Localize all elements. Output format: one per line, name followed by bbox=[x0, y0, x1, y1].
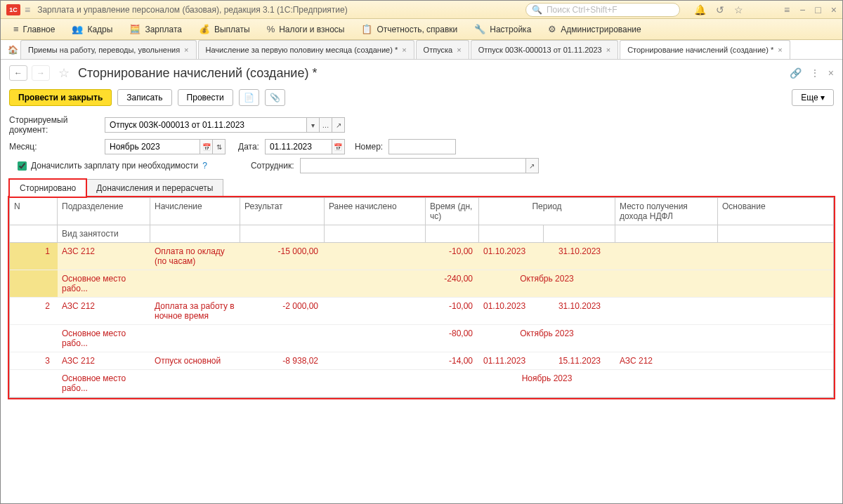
list-icon: ≡ bbox=[13, 24, 19, 34]
tab-3[interactable]: Отпуска× bbox=[416, 40, 469, 59]
table-row-sub[interactable]: Основное место рабо...-80,00Октябрь 2023 bbox=[10, 325, 833, 352]
employee-label: Сотрудник: bbox=[251, 161, 294, 171]
tab-1[interactable]: Приемы на работу, переводы, увольнения× bbox=[20, 40, 197, 59]
close-icon[interactable]: × bbox=[778, 46, 782, 54]
dropdown-icon[interactable]: ▾ bbox=[307, 117, 320, 133]
search-icon: 🔍 bbox=[532, 5, 542, 15]
menu-admin[interactable]: ⚙Администрирование bbox=[541, 21, 648, 37]
history-icon[interactable]: ↺ bbox=[716, 4, 724, 15]
col-prev[interactable]: Ранее начислено bbox=[325, 198, 426, 225]
money-icon: 💰 bbox=[199, 24, 210, 34]
calendar-icon[interactable]: 📅 bbox=[200, 139, 213, 154]
maximize-icon[interactable]: □ bbox=[815, 4, 821, 15]
gear-icon: ⚙ bbox=[548, 24, 556, 34]
subtab-recalc[interactable]: Доначисления и перерасчеты bbox=[86, 179, 223, 197]
storn-table: N Подразделение Начисление Результат Ран… bbox=[9, 197, 834, 398]
forward-button[interactable]: → bbox=[32, 65, 50, 81]
app-title: Зарплата и управление персоналом (базова… bbox=[37, 5, 525, 15]
storn-doc-input[interactable] bbox=[105, 117, 307, 133]
global-search[interactable]: 🔍 Поиск Ctrl+Shift+F bbox=[525, 3, 680, 17]
menu-nastroika[interactable]: 🔧Настройка bbox=[467, 21, 538, 37]
open-icon[interactable]: ↗ bbox=[526, 158, 539, 173]
col-base[interactable]: Основание bbox=[718, 198, 797, 225]
help-icon[interactable]: ? bbox=[202, 161, 207, 171]
search-placeholder: Поиск Ctrl+Shift+F bbox=[547, 5, 617, 15]
close-icon[interactable]: × bbox=[606, 46, 610, 54]
link-icon[interactable]: 🔗 bbox=[790, 67, 802, 79]
hamburger-icon[interactable]: ≡ bbox=[25, 4, 30, 15]
sub-tabs: Сторнировано Доначисления и перерасчеты bbox=[9, 179, 834, 197]
favorite-icon[interactable]: ☆ bbox=[58, 65, 70, 81]
menu-otchet[interactable]: 📋Отчетность, справки bbox=[354, 21, 464, 37]
menu-vyplaty[interactable]: 💰Выплаты bbox=[192, 21, 257, 37]
col-res[interactable]: Результат bbox=[240, 198, 325, 225]
close-icon[interactable]: × bbox=[457, 46, 461, 54]
calc-icon: 🧮 bbox=[129, 24, 140, 34]
subtab-storn[interactable]: Сторнировано bbox=[9, 179, 86, 197]
open-icon[interactable]: ↗ bbox=[332, 117, 345, 133]
storn-doc-label: Сторнируемый документ: bbox=[9, 115, 99, 135]
menu-kadry[interactable]: 👥Кадры bbox=[65, 21, 119, 37]
number-label: Номер: bbox=[355, 142, 383, 152]
attach-button[interactable]: 📎 bbox=[265, 89, 285, 106]
spin-icon[interactable]: ⇅ bbox=[213, 139, 226, 154]
close-icon[interactable]: × bbox=[831, 4, 837, 15]
table-row[interactable]: 3АЗС 212Отпуск основной-8 938,02-14,0001… bbox=[10, 352, 833, 370]
table-row-sub[interactable]: Основное место рабо...Ноябрь 2023 bbox=[10, 370, 833, 397]
number-input[interactable] bbox=[388, 139, 456, 154]
post-and-close-button[interactable]: Провести и закрыть bbox=[9, 89, 112, 106]
write-button[interactable]: Записать bbox=[117, 89, 171, 106]
recalc-label: Доначислить зарплату при необходимости bbox=[31, 161, 198, 171]
table-row[interactable]: 1АЗС 212Оплата по окладу (по часам)-15 0… bbox=[10, 243, 833, 270]
col-ndfl[interactable]: Место получения дохода НДФЛ bbox=[615, 198, 718, 225]
more-icon[interactable]: ⋮ bbox=[810, 67, 820, 79]
col-acc[interactable]: Начисление bbox=[150, 198, 240, 225]
recalc-checkbox[interactable] bbox=[18, 161, 27, 171]
tab-5[interactable]: Сторнирование начислений (создание) *× bbox=[620, 40, 790, 59]
bell-icon[interactable]: 🔔 bbox=[694, 4, 706, 15]
tab-2[interactable]: Начисление за первую половину месяца (со… bbox=[198, 40, 414, 59]
menubar: ≡Главное 👥Кадры 🧮Зарплата 💰Выплаты %Нало… bbox=[1, 19, 842, 40]
doc-button[interactable]: 📄 bbox=[239, 89, 259, 106]
employee-input[interactable] bbox=[300, 158, 526, 173]
people-icon: 👥 bbox=[72, 24, 83, 34]
back-button[interactable]: ← bbox=[9, 65, 27, 81]
col-n[interactable]: N bbox=[10, 198, 58, 225]
month-label: Месяц: bbox=[9, 142, 99, 152]
titlebar: 1C ≡ Зарплата и управление персоналом (б… bbox=[1, 1, 842, 19]
table-row-sub[interactable]: Основное место рабо...-240,00Октябрь 202… bbox=[10, 270, 833, 298]
menu-zarplata[interactable]: 🧮Зарплата bbox=[122, 21, 189, 37]
close-page-icon[interactable]: × bbox=[828, 67, 834, 79]
col-period[interactable]: Период bbox=[479, 198, 615, 225]
date-label: Дата: bbox=[238, 142, 259, 152]
page-header: ← → ☆ Сторнирование начислений (создание… bbox=[1, 60, 842, 86]
date-input[interactable] bbox=[265, 139, 332, 154]
wrench-icon: 🔧 bbox=[474, 24, 485, 34]
action-toolbar: Провести и закрыть Записать Провести 📄 📎… bbox=[1, 86, 842, 113]
home-tab[interactable]: 🏠 bbox=[5, 40, 20, 59]
menu-icon[interactable]: ≡ bbox=[784, 4, 790, 15]
month-input[interactable] bbox=[105, 139, 200, 154]
tab-4[interactable]: Отпуск 00ЗК-000013 от 01.11.2023× bbox=[471, 40, 618, 59]
close-icon[interactable]: × bbox=[402, 46, 406, 54]
app-logo: 1C bbox=[6, 4, 20, 15]
close-icon[interactable]: × bbox=[184, 46, 188, 54]
star-icon[interactable]: ☆ bbox=[734, 4, 743, 15]
report-icon: 📋 bbox=[361, 24, 372, 34]
tabbar: 🏠 Приемы на работу, переводы, увольнения… bbox=[1, 40, 842, 60]
menu-nalogi[interactable]: %Налоги и взносы bbox=[260, 21, 352, 37]
col-time[interactable]: Время (дн, чс) bbox=[426, 198, 479, 225]
minimize-icon[interactable]: − bbox=[799, 4, 805, 15]
table-row[interactable]: 2АЗС 212Доплата за работу в ночное время… bbox=[10, 298, 833, 325]
more-button[interactable]: Еще ▾ bbox=[792, 89, 834, 106]
ellipsis-icon[interactable]: … bbox=[320, 117, 332, 133]
menu-main[interactable]: ≡Главное bbox=[6, 21, 62, 37]
calendar-icon[interactable]: 📅 bbox=[332, 139, 345, 154]
percent-icon: % bbox=[267, 24, 275, 34]
col-dep[interactable]: Подразделение bbox=[58, 198, 150, 225]
col-emp[interactable]: Вид занятости bbox=[58, 225, 150, 242]
post-button[interactable]: Провести bbox=[178, 89, 233, 106]
page-title: Сторнирование начислений (создание) * bbox=[78, 66, 785, 81]
